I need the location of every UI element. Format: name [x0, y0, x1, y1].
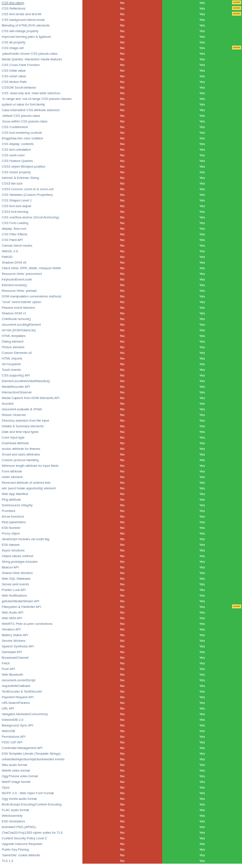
- feature-name[interactable]: CSS3 object-fit/object-position: [0, 164, 82, 169]
- feature-name[interactable]: navigator.hardwareConcurrency: [0, 711, 82, 717]
- feature-name[interactable]: Ogg Vorbis audio format: [0, 796, 82, 802]
- feature-name[interactable]: CSS Shapes Level 1: [0, 198, 82, 203]
- feature-name[interactable]: Dialog element: [0, 339, 82, 344]
- feature-name[interactable]: Subresource Integrity: [0, 502, 82, 508]
- feature-name[interactable]: ES6 classes: [0, 542, 82, 548]
- feature-name[interactable]: CSS text-size-adjust: [0, 203, 82, 209]
- feature-name[interactable]: Blending of HTML/SVG elements: [0, 23, 82, 28]
- feature-name[interactable]: Upgrade Insecure Requests: [0, 841, 82, 847]
- feature-name[interactable]: BroadcastChannel: [0, 655, 82, 660]
- feature-name[interactable]: Canvas blend modes: [0, 243, 82, 248]
- feature-name[interactable]: Content Security Policy Level 2: [0, 835, 82, 841]
- feature-name[interactable]: Web App Manifest: [0, 491, 82, 497]
- feature-name[interactable]: Reversed attribute of ordered lists: [0, 480, 82, 485]
- feature-name[interactable]: Rest parameters: [0, 519, 82, 525]
- feature-name[interactable]: FIDO U2F API: [0, 739, 82, 745]
- feature-name[interactable]: CSSOM Scroll-behavior: [0, 85, 82, 90]
- feature-name[interactable]: Custom Elements v0: [0, 350, 82, 356]
- feature-name[interactable]: document.evaluate & XPath: [0, 406, 82, 412]
- feature-name[interactable]: Permissions API: [0, 734, 82, 739]
- feature-name[interactable]: Resource Hints: preconnect: [0, 271, 82, 277]
- feature-name[interactable]: Web Bluetooth: [0, 672, 82, 677]
- feature-name[interactable]: DOM manipulation convenience methods: [0, 294, 82, 299]
- feature-name[interactable]: Form attribute: [0, 469, 82, 474]
- feature-name[interactable]: String.prototype.includes: [0, 559, 82, 564]
- feature-name[interactable]: TLS 1.3: [0, 858, 82, 864]
- feature-name[interactable]: Picture element: [0, 344, 82, 350]
- feature-name[interactable]: Custom protocol handling: [0, 457, 82, 463]
- feature-name[interactable]: Animated PNG (APNG): [0, 824, 82, 830]
- feature-name[interactable]: CSS unset value: [0, 73, 82, 79]
- feature-name[interactable]: Service Workers: [0, 638, 82, 644]
- feature-name[interactable]: CSS Font Loading: [0, 220, 82, 226]
- feature-name[interactable]: Srcset and sizes attributes: [0, 452, 82, 457]
- feature-name[interactable]: CSS Containment: [0, 124, 82, 130]
- feature-name[interactable]: system-ui value for font-family: [0, 102, 82, 107]
- feature-name[interactable]: Download attribute: [0, 440, 82, 446]
- feature-name[interactable]: WebM video format: [0, 768, 82, 773]
- feature-name[interactable]: Credential Management API: [0, 745, 82, 751]
- feature-name[interactable]: meter element: [0, 474, 82, 480]
- feature-name[interactable]: Color input type: [0, 435, 82, 440]
- feature-name[interactable]: Gamepad API: [0, 649, 82, 655]
- feature-name[interactable]: Ogg/Theora video format: [0, 773, 82, 779]
- feature-name[interactable]: Minimum length attribute for input field…: [0, 463, 82, 469]
- feature-name[interactable]: Shadow DOM v1: [0, 310, 82, 316]
- feature-name[interactable]: document.scrollingElement: [0, 322, 82, 327]
- feature-name[interactable]: CSS Motion Path: [0, 79, 82, 85]
- feature-name[interactable]: TextEncoder & TextDecoder: [0, 689, 82, 694]
- feature-name[interactable]: rel=list (DOMTokenList): [0, 327, 82, 333]
- feature-name[interactable]: Improved kerning pairs & ligatures: [0, 34, 82, 40]
- feature-name[interactable]: Client Hints: DPR, Width, Viewport-Width: [0, 265, 82, 271]
- feature-name[interactable]: Brotli Accept-Encoding/Content-Encoding: [0, 802, 82, 807]
- feature-name[interactable]: Path2D: [0, 254, 82, 260]
- feature-name[interactable]: JavaScript modules via script tag: [0, 536, 82, 542]
- feature-name[interactable]: ChaCha20-Poly1305 cipher suites for TLS: [0, 830, 82, 835]
- feature-name[interactable]: Arrow functions: [0, 514, 82, 519]
- feature-name[interactable]: ChildNode.remove(): [0, 316, 82, 322]
- feature-name[interactable]: CSS.supports() API: [0, 373, 82, 378]
- feature-name[interactable]: CSS3 tab-size: [0, 181, 82, 186]
- feature-name[interactable]: Public Key Pinning: [0, 847, 82, 852]
- feature-name[interactable]: ES6 Generators: [0, 818, 82, 824]
- feature-name[interactable]: Proxy object: [0, 531, 82, 536]
- feature-name[interactable]: CSS font-rendering controls: [0, 130, 82, 135]
- feature-name[interactable]: Filesystem & FileWriter API: [0, 604, 82, 610]
- feature-name[interactable]: 'SameSite' cookie attribute: [0, 852, 82, 858]
- feature-name[interactable]: Web MIDI API: [0, 615, 82, 621]
- feature-name[interactable]: ES6 Template Literals (Template Strings): [0, 751, 82, 756]
- feature-name[interactable]: CSS image-set: [0, 45, 82, 51]
- feature-name[interactable]: Async functions: [0, 548, 82, 553]
- feature-name[interactable]: Directory selection from file input: [0, 418, 82, 423]
- feature-name[interactable]: Pointer Lock API: [0, 587, 82, 593]
- feature-name[interactable]: CSS overflow-anchor (Scroll Anchoring): [0, 215, 82, 220]
- feature-name[interactable]: document.currentScript: [0, 677, 82, 683]
- feature-name[interactable]: Opus: [0, 785, 82, 790]
- feature-name[interactable]: WOFF 2.0 - Web Open Font Format: [0, 790, 82, 796]
- feature-name[interactable]: Payment Request API: [0, 694, 82, 700]
- feature-name[interactable]: Web SQL Database: [0, 576, 82, 581]
- feature-name[interactable]: Fetch: [0, 660, 82, 666]
- feature-name[interactable]: Ping attribute: [0, 497, 82, 502]
- feature-name[interactable]: CSS3 Cursors: zoom-in & zoom-out: [0, 186, 82, 192]
- feature-name[interactable]: CSS text-orientation: [0, 147, 82, 152]
- feature-name[interactable]: CSS3 font-kerning: [0, 209, 82, 215]
- feature-name[interactable]: Media Queries: interaction media feature…: [0, 56, 82, 62]
- feature-name[interactable]: Date and time input types: [0, 429, 82, 435]
- feature-name[interactable]: Resource Hints: preload: [0, 288, 82, 294]
- feature-name[interactable]: CSS background-blend-mode: [0, 17, 82, 23]
- feature-name[interactable]: WebAssembly: [0, 813, 82, 818]
- feature-name[interactable]: Object.values method: [0, 553, 82, 559]
- feature-name[interactable]: display: flow-root: [0, 226, 82, 231]
- feature-name[interactable]: Touch events: [0, 367, 82, 373]
- feature-name[interactable]: Element.scrollIntoViewIfNeeded(): [0, 378, 82, 384]
- feature-name[interactable]: rel=noopener: [0, 361, 82, 367]
- feature-name[interactable]: CSS caret-color: [0, 152, 82, 158]
- feature-name[interactable]: Web Notifications: [0, 593, 82, 598]
- feature-name[interactable]: Case-insensitive CSS attribute selectors: [0, 107, 82, 113]
- feature-name[interactable]: CSS Initial value: [0, 68, 82, 73]
- feature-name[interactable]: Web Audio API: [0, 610, 82, 615]
- feature-name[interactable]: :default CSS pseudo-class: [0, 113, 82, 119]
- feature-name[interactable]: CSS Variables (Custom Properties): [0, 192, 82, 198]
- feature-name[interactable]: HTML Imports: [0, 356, 82, 361]
